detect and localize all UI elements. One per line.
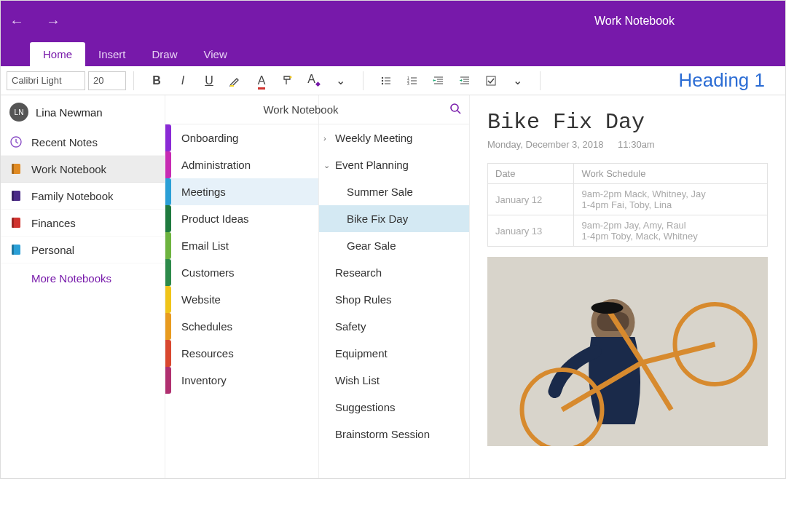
- chevron-down-icon: ⌄: [513, 74, 522, 87]
- section-item[interactable]: Meetings: [165, 178, 318, 205]
- page-item[interactable]: Brainstorm Session: [319, 421, 469, 448]
- section-item[interactable]: Schedules: [165, 313, 318, 340]
- chevron-down-icon: ⌄: [336, 74, 345, 87]
- tab-view[interactable]: View: [191, 42, 240, 66]
- font-family-input[interactable]: [7, 71, 85, 90]
- numbered-list-button[interactable]: 123: [400, 70, 425, 92]
- recent-notes[interactable]: Recent Notes: [1, 129, 165, 156]
- user-name: Lina Newman: [36, 106, 103, 119]
- separator: [363, 71, 363, 90]
- page-item[interactable]: Safety: [319, 313, 469, 340]
- section-color-tab: [165, 367, 171, 394]
- clear-format-button[interactable]: A◆: [302, 70, 326, 92]
- notebook-icon: [9, 189, 23, 202]
- svg-point-2: [382, 76, 383, 78]
- page-item[interactable]: Bike Fix Day: [319, 205, 469, 232]
- notebook-label: Personal: [31, 244, 74, 256]
- section-item[interactable]: Customers: [165, 259, 318, 286]
- page-item[interactable]: ›Weekly Meeting: [319, 124, 469, 151]
- decrease-indent-button[interactable]: [426, 70, 451, 92]
- notebook-sidebar: LN Lina Newman Recent Notes Work Noteboo…: [1, 95, 165, 478]
- section-item[interactable]: Inventory: [165, 367, 318, 394]
- section-color-tab: [165, 340, 171, 367]
- notebook-item[interactable]: Finances: [1, 210, 165, 237]
- page-item[interactable]: Equipment: [319, 340, 469, 367]
- section-item[interactable]: Administration: [165, 151, 318, 178]
- tab-insert[interactable]: Insert: [85, 42, 139, 66]
- page-label: Suggestions: [335, 401, 396, 413]
- more-paragraph-dropdown[interactable]: ⌄: [505, 70, 530, 92]
- styles-gallery[interactable]: Heading 1: [664, 69, 779, 92]
- font-color-button[interactable]: A: [249, 70, 274, 92]
- user-row[interactable]: LN Lina Newman: [1, 95, 165, 129]
- page-item[interactable]: Research: [319, 259, 469, 286]
- font-size-input[interactable]: [88, 71, 126, 90]
- table-row[interactable]: January 129am-2pm Mack, Whitney, Jay1-4p…: [488, 184, 768, 215]
- page-item[interactable]: ⌄Event Planning: [319, 151, 469, 178]
- section-label: Resources: [181, 347, 234, 360]
- svg-point-32: [451, 104, 458, 111]
- search-icon[interactable]: [449, 103, 461, 117]
- section-label: Inventory: [181, 374, 227, 386]
- content-pane[interactable]: Bike Fix Day Monday, December 3, 2018 11…: [470, 95, 785, 478]
- tab-draw[interactable]: Draw: [139, 42, 191, 66]
- todo-tag-button[interactable]: [479, 70, 503, 92]
- svg-rect-22: [487, 76, 495, 85]
- app-window: ← → Work Notebook Home Insert Draw View …: [0, 0, 786, 479]
- section-label: Customers: [181, 266, 235, 279]
- section-item[interactable]: Product Ideas: [165, 205, 318, 232]
- section-item[interactable]: Email List: [165, 232, 318, 259]
- section-label: Email List: [181, 239, 229, 252]
- forward-arrow-icon[interactable]: →: [46, 13, 60, 30]
- svg-rect-25: [12, 164, 14, 174]
- page-item[interactable]: Suggestions: [319, 394, 469, 421]
- section-color-tab: [165, 178, 171, 205]
- table-cell: 9am-2pm Mack, Whitney, Jay1-4pm Fai, Tob…: [574, 184, 768, 215]
- highlight-button[interactable]: [223, 70, 248, 92]
- ribbon-tabs: Home Insert Draw View: [1, 41, 785, 66]
- notebook-icon: [9, 216, 23, 229]
- notebook-item[interactable]: Personal: [1, 237, 165, 263]
- page-label: Shop Rules: [335, 293, 392, 306]
- page-label: Gear Sale: [347, 239, 396, 252]
- notebook-label: Family Notebook: [31, 190, 114, 202]
- notebook-icon: [9, 162, 23, 175]
- recent-label: Recent Notes: [31, 136, 98, 148]
- section-item[interactable]: Website: [165, 286, 318, 313]
- svg-point-3: [382, 79, 383, 81]
- page-label: Weekly Meeting: [335, 132, 412, 144]
- separator: [133, 71, 134, 90]
- bullet-list-button[interactable]: [374, 70, 398, 92]
- page-item[interactable]: Shop Rules: [319, 286, 469, 313]
- page-item[interactable]: Gear Sale: [319, 232, 469, 259]
- table-row[interactable]: January 139am-2pm Jay, Amy, Raul1-4pm To…: [488, 215, 768, 247]
- italic-button[interactable]: I: [170, 70, 195, 92]
- increase-indent-button[interactable]: [452, 70, 477, 92]
- tab-home[interactable]: Home: [30, 42, 85, 66]
- section-label: Website: [181, 293, 221, 306]
- bold-button[interactable]: B: [144, 70, 169, 92]
- table-header: Work Schedule: [574, 164, 768, 184]
- clock-icon: [9, 135, 23, 148]
- section-item[interactable]: Resources: [165, 340, 318, 367]
- pages-column: ›Weekly Meeting⌄Event PlanningSummer Sal…: [318, 95, 470, 478]
- svg-point-39: [592, 302, 624, 314]
- underline-button[interactable]: U: [197, 70, 221, 92]
- section-color-tab: [165, 259, 171, 286]
- page-item[interactable]: Wish List: [319, 367, 469, 394]
- table-cell: January 13: [488, 215, 574, 247]
- section-item[interactable]: Onboarding: [165, 124, 318, 151]
- more-format-dropdown[interactable]: ⌄: [328, 70, 353, 92]
- notebook-item[interactable]: Work Notebook: [1, 156, 165, 183]
- main-area: LN Lina Newman Recent Notes Work Noteboo…: [1, 95, 785, 478]
- nav-arrows: ← →: [9, 13, 60, 30]
- sections-column: Work Notebook OnboardingAdministrationMe…: [165, 95, 318, 478]
- notebook-item[interactable]: Family Notebook: [1, 183, 165, 210]
- back-arrow-icon[interactable]: ←: [9, 13, 24, 30]
- page-meta: Monday, December 3, 2018 11:30am: [487, 139, 768, 150]
- page-item[interactable]: Summer Sale: [319, 178, 469, 205]
- schedule-table[interactable]: Date Work Schedule January 129am-2pm Mac…: [487, 163, 768, 247]
- page-title[interactable]: Bike Fix Day: [487, 110, 768, 135]
- format-painter-button[interactable]: [275, 70, 300, 92]
- more-notebooks-link[interactable]: More Notebooks: [1, 263, 165, 293]
